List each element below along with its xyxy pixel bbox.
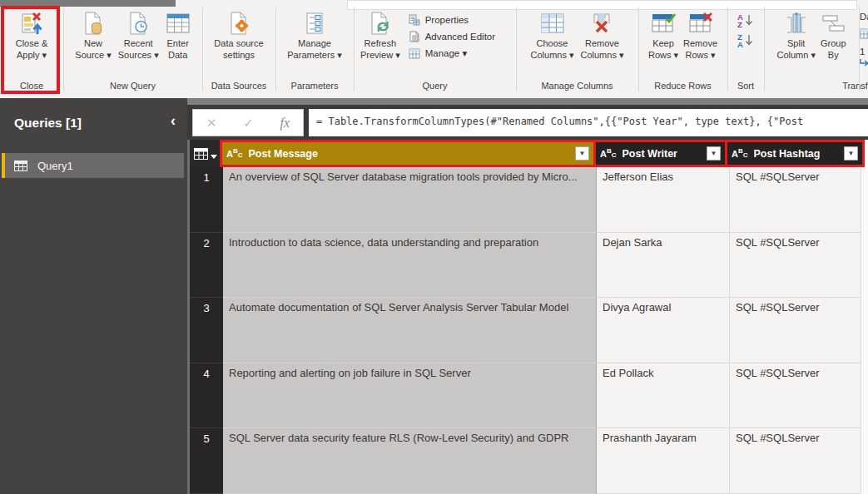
- commit-formula-icon[interactable]: ✓: [243, 116, 254, 131]
- column-header-post-message[interactable]: ABC Post Message ▼: [222, 142, 593, 165]
- row-number[interactable]: 2: [190, 233, 223, 299]
- remove-rows-button[interactable]: Remove Rows ▾: [683, 8, 717, 61]
- text-type-icon: ABC: [732, 149, 748, 159]
- close-apply-label-1: Close &: [16, 38, 48, 50]
- cell-post-message[interactable]: Reporting and alerting on job failure in…: [223, 363, 597, 429]
- keep-rows-button[interactable]: Keep Rows ▾: [648, 8, 678, 61]
- remove-columns-icon: [590, 8, 613, 38]
- split-column-label-1: Split: [787, 38, 805, 50]
- cell-post-writer[interactable]: Jefferson Elias: [597, 167, 730, 233]
- new-source-button[interactable]: New Source ▾: [75, 8, 111, 61]
- column-header-label: Post Hashtag: [754, 148, 821, 160]
- group-label-close: Close: [0, 80, 63, 95]
- cell-post-writer[interactable]: Ed Pollack: [597, 363, 730, 429]
- formula-controls: ✕ ✓ fx: [192, 109, 304, 136]
- data-source-settings-label-1: Data source: [214, 38, 263, 50]
- query-item-label: Query1: [37, 160, 73, 172]
- sort-descending-button[interactable]: Z A: [737, 32, 755, 48]
- group-label-reduce-rows: Reduce Rows: [638, 80, 727, 95]
- ribbon-divider: [516, 7, 517, 91]
- data-source-settings-icon: [228, 8, 250, 38]
- cell-post-hashtag[interactable]: SQL #SQLServer: [730, 298, 861, 363]
- row-number[interactable]: 3: [190, 298, 223, 363]
- row-number[interactable]: 1: [190, 167, 223, 233]
- ribbon-group-manage-columns: Choose Columns ▾ Remove Columns ▾: [516, 7, 638, 95]
- use-first-row-icon[interactable]: [860, 28, 868, 39]
- remove-columns-label-1: Remove: [585, 38, 619, 50]
- remove-columns-label-2: Columns ▾: [581, 50, 624, 62]
- advanced-editor-button[interactable]: Advanced Editor: [409, 31, 495, 42]
- keep-rows-label-1: Keep: [652, 38, 674, 50]
- cell-post-hashtag[interactable]: SQL #SQLServer: [730, 167, 861, 233]
- cancel-formula-icon[interactable]: ✕: [206, 116, 217, 131]
- fx-icon[interactable]: fx: [280, 116, 290, 131]
- manage-button[interactable]: Manage ▾: [409, 47, 495, 59]
- ribbon-group-reduce-rows: Keep Rows ▾ Remove Rows ▾: [638, 7, 727, 95]
- close-apply-icon: [20, 8, 43, 38]
- enter-data-label-1: Enter: [167, 38, 189, 50]
- formula-input[interactable]: = Table.TransformColumnTypes(#"Renamed C…: [309, 109, 868, 136]
- cell-post-writer[interactable]: Divya Agrawal: [597, 298, 730, 363]
- ribbon-divider: [859, 7, 860, 91]
- data-type-button[interactable]: Da: [860, 12, 868, 22]
- ribbon-group-new-query: New Source ▾ Recent Sources ▾: [63, 7, 202, 95]
- table-select-all-button[interactable]: [190, 140, 221, 167]
- table-row: 1 An overview of SQL Server database mig…: [190, 167, 868, 233]
- group-by-button[interactable]: Group By: [821, 8, 846, 61]
- cell-post-message[interactable]: Automate documentation of SQL Server Ana…: [223, 298, 597, 363]
- row-number[interactable]: 5: [190, 428, 223, 494]
- cell-post-message[interactable]: SQL Server data security feature RLS (Ro…: [223, 428, 597, 494]
- choose-columns-label-2: Columns ▾: [531, 50, 574, 62]
- advanced-editor-label: Advanced Editor: [425, 32, 495, 42]
- cell-post-writer[interactable]: Dejan Sarka: [597, 233, 730, 299]
- cell-post-writer[interactable]: Prashanth Jayaram: [597, 428, 730, 494]
- group-by-icon: [821, 8, 846, 38]
- enter-data-button[interactable]: Enter Data: [166, 8, 191, 61]
- refresh-preview-button[interactable]: Refresh Preview ▾: [360, 8, 400, 61]
- column-header-label: Post Message: [249, 148, 318, 160]
- replace-values-button[interactable]: 1: [860, 47, 865, 57]
- ribbon-group-parameters: Manage Parameters ▾ Parameters: [275, 7, 354, 95]
- cell-post-message[interactable]: An overview of SQL Server database migra…: [223, 167, 597, 233]
- manage-parameters-button[interactable]: Manage Parameters ▾: [287, 8, 341, 61]
- ribbon-divider: [764, 7, 765, 91]
- close-apply-label-2: Apply ▾: [17, 50, 47, 62]
- properties-button[interactable]: Properties: [409, 14, 495, 26]
- column-header-label: Post Writer: [622, 148, 677, 160]
- table-row: 3 Automate documentation of SQL Server A…: [190, 298, 868, 363]
- row-number[interactable]: 4: [190, 363, 223, 429]
- column-header-post-writer[interactable]: ABC Post Writer ▼: [596, 142, 725, 165]
- table-row: 5 SQL Server data security feature RLS (…: [190, 428, 868, 494]
- cell-post-hashtag[interactable]: SQL #SQLServer: [730, 233, 861, 299]
- column-header-post-hashtag[interactable]: ABC Post Hashtag ▼: [727, 142, 862, 165]
- remove-columns-button[interactable]: Remove Columns ▾: [581, 8, 624, 61]
- properties-icon: [409, 14, 420, 26]
- ribbon-tab-remnant: [0, 0, 176, 7]
- remove-rows-icon: [688, 8, 713, 38]
- manage-label: Manage ▾: [425, 47, 468, 59]
- group-label-sort: Sort: [727, 80, 764, 95]
- cell-post-hashtag[interactable]: SQL #SQLServer: [730, 428, 861, 494]
- refresh-preview-icon: [369, 8, 392, 38]
- cell-post-message[interactable]: Introduction to data science, data under…: [223, 233, 597, 299]
- next-column-sliver: [861, 298, 868, 363]
- keep-rows-label-2: Rows ▾: [648, 50, 678, 62]
- collapse-pane-icon[interactable]: ‹: [171, 112, 176, 129]
- filter-dropdown-icon[interactable]: ▼: [707, 146, 721, 161]
- filter-dropdown-icon[interactable]: ▼: [844, 146, 858, 161]
- filter-dropdown-icon[interactable]: ▼: [575, 146, 589, 161]
- manage-parameters-icon: [303, 8, 326, 38]
- sidebar-item-query1[interactable]: Query1: [2, 153, 184, 178]
- recent-sources-button[interactable]: Recent Sources ▾: [118, 8, 159, 61]
- queries-pane: Queries [1] ‹ Query1: [0, 98, 187, 494]
- choose-columns-button[interactable]: Choose Columns ▾: [531, 8, 574, 61]
- replace-values-arrow-icon: [860, 58, 868, 67]
- sort-ascending-button[interactable]: A Z: [737, 12, 755, 28]
- cell-post-hashtag[interactable]: SQL #SQLServer: [730, 363, 861, 429]
- group-label-transform: Transform: [816, 80, 868, 95]
- data-source-settings-button[interactable]: Data source settings: [214, 8, 263, 61]
- close-apply-button[interactable]: Close & Apply ▾: [16, 8, 48, 61]
- split-column-button[interactable]: Split Column ▾: [776, 8, 815, 61]
- new-source-label-2: Source ▾: [75, 50, 111, 62]
- table-row: 2 Introduction to data science, data und…: [190, 233, 868, 299]
